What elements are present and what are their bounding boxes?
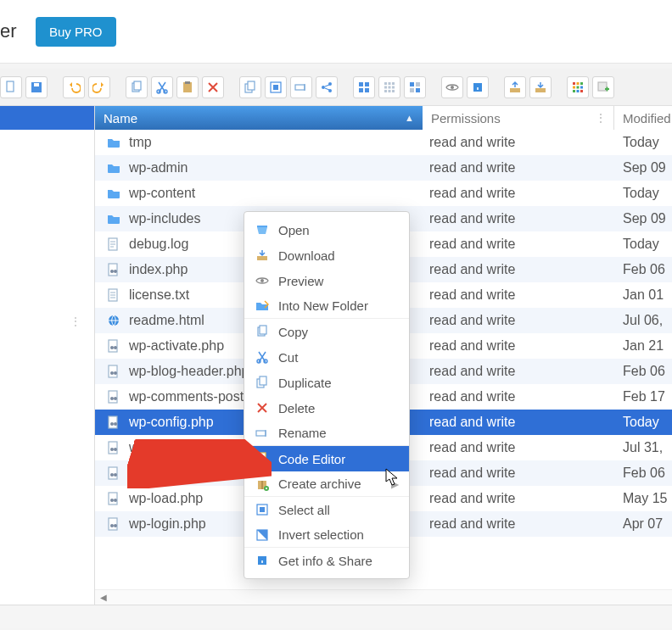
svg-rect-28 (392, 86, 395, 88)
rename-icon[interactable] (290, 76, 312, 98)
duplicate-icon[interactable] (239, 76, 261, 98)
horizontal-scrollbar[interactable] (95, 589, 672, 605)
file-permissions: read and write (423, 440, 614, 455)
app-add-icon[interactable] (592, 76, 614, 98)
menu-into-new-folder[interactable]: Into New Folder (244, 293, 409, 319)
svg-rect-42 (577, 86, 580, 88)
menu-preview[interactable]: Preview (244, 268, 409, 293)
copy-icon[interactable] (126, 76, 148, 98)
file-permissions: read and write (423, 338, 614, 354)
file-name: wp-activate.php (129, 338, 224, 354)
cut-icon[interactable] (151, 76, 173, 98)
preview-icon[interactable] (441, 76, 463, 98)
svg-point-76 (110, 524, 114, 527)
svg-rect-41 (577, 82, 580, 85)
menu-select-all[interactable]: Select all (244, 497, 409, 522)
undo-icon[interactable] (63, 76, 85, 98)
svg-rect-4 (134, 81, 141, 90)
menu-cut[interactable]: Cut (244, 344, 409, 370)
grid-small-icon[interactable] (378, 76, 400, 98)
column-headers: Name ▲ Permissions ⋮ Modified (95, 106, 672, 130)
menu-item-label: Get info & Share (278, 554, 372, 568)
svg-rect-12 (273, 85, 278, 90)
svg-rect-66 (109, 442, 117, 454)
file-permissions: read and write (423, 415, 614, 430)
share-icon[interactable] (316, 76, 338, 98)
svg-point-34 (451, 86, 454, 89)
svg-point-77 (114, 524, 117, 527)
file-name: tmp (129, 135, 152, 150)
apps-icon[interactable] (567, 76, 589, 98)
file-modified: May 15 (614, 491, 672, 506)
column-permissions[interactable]: Permissions ⋮ (423, 106, 614, 130)
menu-rename[interactable]: Rename (244, 421, 409, 446)
svg-rect-63 (109, 416, 117, 428)
file-name: debug.log (129, 237, 188, 252)
svg-rect-22 (384, 86, 387, 88)
menu-download[interactable]: Download (244, 243, 409, 268)
svg-rect-19 (359, 88, 363, 92)
file-row[interactable]: wp-contentread and writeToday (95, 181, 672, 206)
menu-item-label: Preview (278, 274, 323, 288)
delete-icon[interactable] (202, 76, 224, 98)
file-name: wp-admin (129, 160, 188, 176)
svg-rect-2 (34, 83, 39, 86)
redo-icon[interactable] (88, 76, 110, 98)
column-name[interactable]: Name ▲ (95, 106, 423, 130)
invert-icon (255, 527, 270, 543)
folder-tree[interactable] (0, 106, 95, 605)
file-row[interactable]: tmpread and writeToday (95, 130, 672, 155)
grid-large-icon[interactable] (353, 76, 375, 98)
file-modified: Today (614, 237, 672, 252)
svg-rect-75 (109, 518, 117, 530)
svg-rect-30 (410, 82, 414, 86)
file-permissions: read and write (423, 186, 614, 201)
file-name: index.php (129, 262, 188, 277)
paste-icon[interactable] (176, 76, 199, 98)
file-name: wp-includes (129, 211, 200, 226)
column-resize-grip[interactable]: ⋮ (595, 111, 605, 125)
submenu-arrow-icon: ▶ (391, 478, 399, 490)
new-file-icon[interactable] (0, 76, 22, 98)
save-icon[interactable] (25, 76, 48, 98)
svg-point-56 (114, 346, 117, 349)
buy-pro-button[interactable]: Buy PRO (36, 17, 116, 47)
menu-duplicate[interactable]: Duplicate (244, 370, 409, 395)
info-icon[interactable] (467, 76, 489, 98)
svg-rect-17 (359, 82, 363, 86)
toolbar (0, 69, 672, 106)
svg-rect-46 (580, 90, 583, 92)
svg-point-59 (114, 371, 117, 375)
grid-medium-icon[interactable] (404, 76, 426, 98)
upload-icon[interactable] (504, 76, 526, 98)
svg-rect-32 (410, 88, 414, 92)
svg-rect-57 (109, 365, 117, 377)
file-row[interactable]: wp-adminread and writeSep 09 (95, 155, 672, 181)
select-all-icon[interactable] (265, 76, 287, 98)
svg-rect-72 (109, 493, 117, 505)
file-modified: Today (614, 135, 672, 150)
svg-rect-24 (389, 82, 391, 85)
pane-splitter[interactable]: ⋮ (70, 315, 82, 327)
folder-icon (105, 160, 122, 176)
svg-rect-8 (185, 81, 190, 84)
menu-copy[interactable]: Copy (244, 319, 409, 344)
menu-invert-selection[interactable]: Invert selection (244, 522, 409, 548)
file-modified: Jan 01 (614, 287, 672, 303)
menu-create-archive[interactable]: Create archive▶ (244, 471, 409, 497)
menu-item-label: Copy (278, 325, 308, 339)
menu-item-label: Duplicate (278, 376, 332, 390)
menu-item-label: Rename (278, 426, 327, 440)
menu-item-label: Open (278, 223, 310, 237)
download-icon (255, 248, 270, 263)
column-modified[interactable]: Modified (614, 106, 672, 130)
svg-point-14 (322, 86, 325, 89)
menu-get-info-share[interactable]: Get info & Share (244, 548, 409, 573)
download-icon[interactable] (529, 76, 552, 98)
menu-delete[interactable]: Delete (244, 395, 409, 421)
menu-open[interactable]: Open (244, 217, 409, 243)
menu-code-editor[interactable]: Code Editor (244, 446, 409, 471)
svg-point-68 (114, 448, 117, 451)
column-mod-label: Modified (623, 111, 671, 125)
folder-tree-selected[interactable] (0, 106, 94, 130)
